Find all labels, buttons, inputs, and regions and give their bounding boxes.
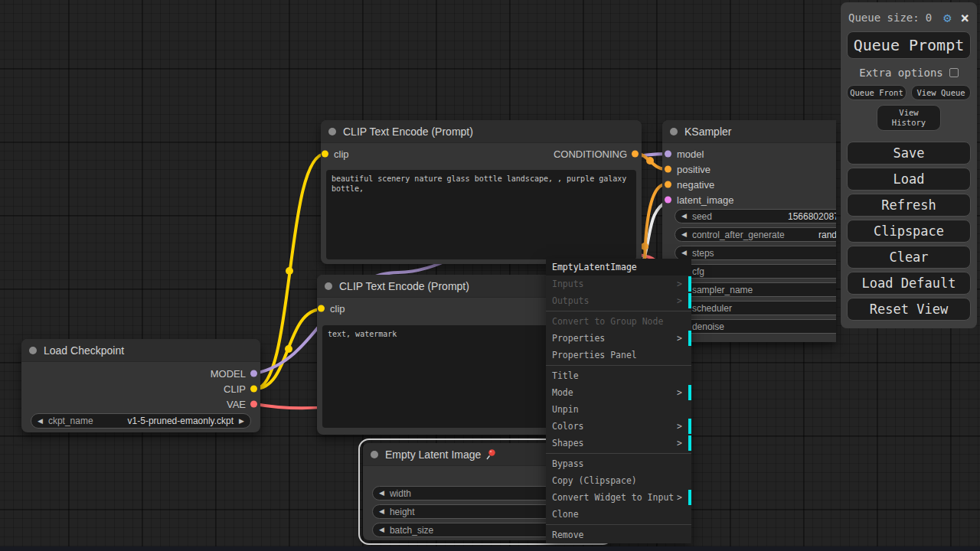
menu-item-outputs: Outputs > xyxy=(546,292,691,309)
output-slot-conditioning[interactable] xyxy=(632,151,639,158)
link-midpoint-dot xyxy=(286,267,293,275)
widget-label: height xyxy=(390,507,415,517)
node-header[interactable]: CLIP Text Encode (Prompt) xyxy=(321,120,642,143)
scheduler-widget[interactable]: ◀ scheduler xyxy=(675,301,836,315)
widget-label: batch_size xyxy=(390,525,433,536)
input-slot-positive[interactable] xyxy=(665,166,671,173)
ckpt-name-widget[interactable]: ◀ ckpt_name v1-5-pruned-emaonly.ckpt ▶ xyxy=(31,413,251,429)
collapse-dot-icon[interactable] xyxy=(328,128,336,135)
seed-widget[interactable]: ◀ seed 15668020871 xyxy=(675,209,836,223)
control-after-generate-widget[interactable]: ◀ control_after_generate randomize xyxy=(675,227,836,242)
queue-front-button[interactable]: Queue Front xyxy=(847,85,906,100)
settings-gear-icon[interactable]: ⚙ xyxy=(943,10,951,25)
widget-label: cfg xyxy=(692,266,704,277)
widget-label: denoise xyxy=(692,321,724,332)
menu-separator xyxy=(546,453,691,454)
comfy-menu-panel[interactable]: Queue size: 0 ⚙ × Queue Prompt Extra opt… xyxy=(841,2,977,328)
input-label-positive: positive xyxy=(677,164,710,175)
menu-separator xyxy=(546,365,691,366)
widget-label: sampler_name xyxy=(692,285,753,295)
reset-view-button[interactable]: Reset View xyxy=(847,298,971,321)
clipspace-button[interactable]: Clipspace xyxy=(847,220,971,243)
output-slot-vae[interactable] xyxy=(250,401,257,408)
menu-item-colors[interactable]: Colors > xyxy=(546,418,691,435)
decrement-arrow-icon[interactable]: ◀ xyxy=(38,418,43,425)
cfg-widget[interactable]: ◀ cfg xyxy=(675,264,836,279)
node-header[interactable]: KSampler xyxy=(662,120,836,143)
decrement-arrow-icon[interactable]: ◀ xyxy=(379,490,384,497)
menu-item-convert-widget-to-input[interactable]: Convert Widget to Input > xyxy=(546,489,691,506)
steps-widget[interactable]: ◀ steps xyxy=(675,246,836,260)
submenu-arrow-icon: > xyxy=(677,292,682,309)
comfyui-canvas[interactable]: { "link_colors": { "clip": "#FFD500", "m… xyxy=(0,0,980,551)
decrement-arrow-icon[interactable]: ◀ xyxy=(681,249,687,256)
node-load-checkpoint[interactable]: Load Checkpoint MODEL CLIP VAE ◀ ckpt_na… xyxy=(21,339,260,432)
output-slot-clip[interactable] xyxy=(250,386,257,393)
node-title: CLIP Text Encode (Prompt) xyxy=(343,126,473,138)
submenu-accent-bar xyxy=(688,435,691,451)
menu-item-bypass[interactable]: Bypass xyxy=(546,455,691,472)
close-icon[interactable]: × xyxy=(961,11,969,25)
widget-value: randomize xyxy=(818,230,836,240)
menu-item-properties-panel[interactable]: Properties Panel xyxy=(546,347,691,364)
menu-item-unpin[interactable]: Unpin xyxy=(546,401,691,418)
collapse-dot-icon[interactable] xyxy=(325,282,332,290)
submenu-accent-bar xyxy=(688,419,691,434)
menu-item-properties[interactable]: Properties > xyxy=(546,330,691,347)
link-midpoint-dot xyxy=(285,345,292,353)
collapse-dot-icon[interactable] xyxy=(29,347,37,354)
menu-item-copy-clipspace[interactable]: Copy (Clipspace) xyxy=(546,472,691,489)
menu-item-remove[interactable]: Remove xyxy=(546,527,691,543)
node-clip-text-encode-positive[interactable]: CLIP Text Encode (Prompt) clip CONDITION… xyxy=(321,120,642,264)
decrement-arrow-icon[interactable]: ◀ xyxy=(379,508,384,515)
menu-item-shapes[interactable]: Shapes > xyxy=(546,435,691,452)
queue-size-value: 0 xyxy=(926,11,932,24)
collapse-dot-icon[interactable] xyxy=(670,128,678,135)
refresh-button[interactable]: Refresh xyxy=(847,194,971,217)
collapse-dot-icon[interactable] xyxy=(371,451,378,458)
denoise-widget[interactable]: ◀ denoise xyxy=(675,319,836,334)
input-slot-model[interactable] xyxy=(665,151,671,158)
prompt-textarea[interactable]: beautiful scenery nature glass bottle la… xyxy=(326,170,636,259)
save-button[interactable]: Save xyxy=(847,142,971,165)
sampler-name-widget[interactable]: ◀ sampler_name xyxy=(675,282,836,297)
submenu-arrow-icon: > xyxy=(677,276,682,292)
widget-value: v1-5-pruned-emaonly.ckpt xyxy=(128,416,234,426)
increment-arrow-icon[interactable]: ▶ xyxy=(239,418,244,425)
extra-options-label: Extra options xyxy=(859,67,943,79)
input-slot-clip[interactable] xyxy=(318,305,325,312)
widget-label: seed xyxy=(692,211,712,222)
decrement-arrow-icon[interactable]: ◀ xyxy=(379,527,384,533)
view-history-button[interactable]: View History xyxy=(877,105,941,131)
extra-options-checkbox[interactable] xyxy=(949,68,959,77)
node-title: CLIP Text Encode (Prompt) xyxy=(339,280,469,292)
input-slot-clip[interactable] xyxy=(322,151,328,158)
menu-item-title[interactable]: Title xyxy=(546,367,691,384)
link-midpoint-dot xyxy=(641,243,648,250)
submenu-accent-bar xyxy=(688,385,691,400)
load-button[interactable]: Load xyxy=(847,168,971,191)
view-queue-button[interactable]: View Queue xyxy=(911,85,971,100)
node-header[interactable]: Load Checkpoint xyxy=(21,339,260,362)
decrement-arrow-icon[interactable]: ◀ xyxy=(681,213,687,220)
queue-prompt-button[interactable]: Queue Prompt xyxy=(847,31,971,59)
pin-icon xyxy=(485,448,497,461)
submenu-accent-bar xyxy=(688,331,691,346)
load-default-button[interactable]: Load Default xyxy=(847,272,971,295)
decrement-arrow-icon[interactable]: ◀ xyxy=(681,231,687,238)
output-label-vae: VAE xyxy=(227,399,246,410)
widget-value: 15668020871 xyxy=(788,211,836,222)
input-slot-negative[interactable] xyxy=(665,181,671,188)
submenu-arrow-icon: > xyxy=(677,435,682,452)
menu-separator xyxy=(546,524,691,525)
widget-label: ckpt_name xyxy=(48,416,93,426)
input-slot-latent-image[interactable] xyxy=(665,197,671,204)
widget-label: control_after_generate xyxy=(692,230,785,240)
submenu-arrow-icon: > xyxy=(677,489,682,506)
menu-item-mode[interactable]: Mode > xyxy=(546,384,691,401)
context-menu: EmptyLatentImage Inputs > Outputs > Conv… xyxy=(546,259,691,543)
menu-item-clone[interactable]: Clone xyxy=(546,506,691,523)
output-slot-model[interactable] xyxy=(250,370,257,377)
window-bottom-edge xyxy=(0,546,980,551)
clear-button[interactable]: Clear xyxy=(847,246,971,269)
